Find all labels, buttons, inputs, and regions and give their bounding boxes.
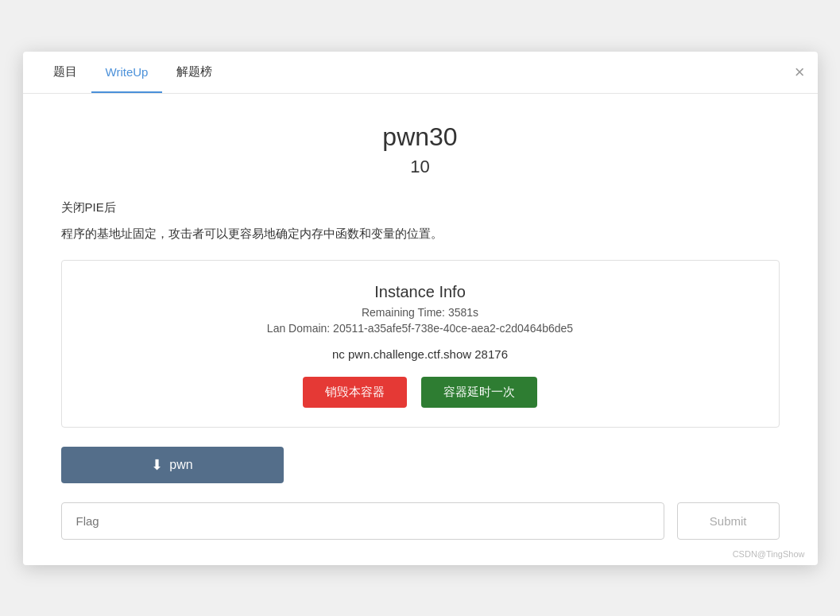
close-button[interactable]: × xyxy=(795,64,805,81)
instance-title: Instance Info xyxy=(78,283,763,301)
instance-remaining-time: Remaining Time: 3581s xyxy=(78,306,763,319)
tab-bar: 题目 WriteUp 解题榜 × xyxy=(23,52,818,94)
instance-info-box: Instance Info Remaining Time: 3581s Lan … xyxy=(61,260,780,428)
flag-input[interactable] xyxy=(61,502,664,540)
extend-container-button[interactable]: 容器延时一次 xyxy=(421,377,537,408)
download-button[interactable]: ⬇ pwn xyxy=(61,447,284,483)
challenge-desc-line1: 关闭PIE后 xyxy=(61,196,780,218)
modal-body: pwn30 10 关闭PIE后 程序的基地址固定，攻击者可以更容易地确定内存中函… xyxy=(23,94,818,540)
instance-actions: 销毁本容器 容器延时一次 xyxy=(78,377,763,408)
challenge-score: 10 xyxy=(61,157,780,177)
watermark: CSDN@TingShow xyxy=(733,549,805,559)
challenge-desc-line2: 程序的基地址固定，攻击者可以更容易地确定内存中函数和变量的位置。 xyxy=(61,223,780,244)
instance-nc-command: nc pwn.challenge.ctf.show 28176 xyxy=(78,347,763,361)
download-icon: ⬇ xyxy=(151,456,163,474)
destroy-container-button[interactable]: 销毁本容器 xyxy=(303,377,407,408)
download-label: pwn xyxy=(169,458,192,472)
instance-domain: Lan Domain: 20511-a35afe5f-738e-40ce-aea… xyxy=(78,322,763,335)
modal-container: 题目 WriteUp 解题榜 × pwn30 10 关闭PIE后 程序的基地址固… xyxy=(23,52,818,565)
submit-button[interactable]: Submit xyxy=(677,502,780,540)
flag-submit-row: Submit xyxy=(61,502,780,540)
tab-题目[interactable]: 题目 xyxy=(39,52,91,94)
challenge-title: pwn30 xyxy=(61,122,780,152)
tab-writeup[interactable]: WriteUp xyxy=(91,52,163,93)
tab-解题榜[interactable]: 解题榜 xyxy=(162,52,226,94)
